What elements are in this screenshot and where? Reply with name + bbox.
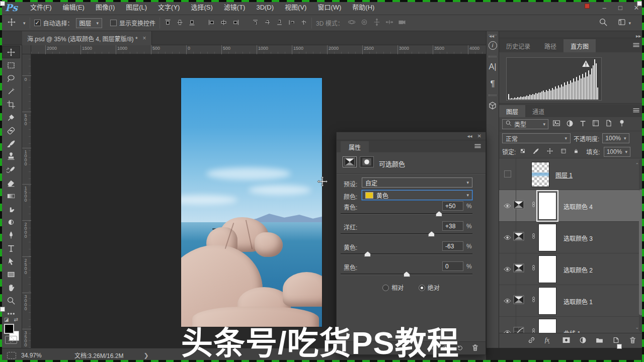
panel-menu-icon[interactable] (632, 107, 640, 116)
layer-mask-thumbnail[interactable] (538, 224, 556, 251)
layer-row-选取颜色 2[interactable]: 选取颜色 2 (499, 253, 644, 285)
document-image[interactable] (181, 78, 322, 327)
layer-row-选取颜色 1[interactable]: 选取颜色 1 (499, 285, 644, 317)
heal-tool[interactable] (2, 124, 20, 137)
menu-6[interactable]: 滤镜(T) (218, 0, 251, 15)
slider-thumb[interactable] (404, 272, 410, 277)
3d-camera-icon[interactable] (398, 18, 406, 28)
auto-select-dropdown[interactable]: 图层 ▾ (76, 18, 103, 28)
dock-collapse-arrows[interactable]: ◂◂ (489, 33, 494, 39)
history-brush-tool[interactable] (2, 163, 20, 176)
capture-handle[interactable] (637, 1, 642, 6)
shape-filter-icon[interactable] (592, 119, 600, 129)
smart-object-filter-icon[interactable] (605, 119, 613, 129)
visibility-toggle[interactable] (499, 158, 516, 190)
adjustment-icon[interactable] (579, 336, 587, 346)
swap-colors-icon[interactable]: ◪⇄ (2, 317, 20, 322)
stamp-tool[interactable] (2, 150, 20, 163)
3d-slide-icon[interactable] (385, 18, 393, 28)
menu-0[interactable]: 文件(F) (25, 0, 57, 15)
scroll-up-chevron[interactable]: ⌃ (635, 162, 639, 167)
menu-1[interactable]: 编辑(E) (57, 0, 90, 15)
eraser-tool[interactable] (2, 176, 20, 189)
menu-9[interactable]: 窗口(W) (312, 0, 347, 15)
radio-relative[interactable]: 相对 (382, 285, 404, 292)
wand-tool[interactable] (2, 85, 20, 98)
link-mask-icon[interactable] (530, 328, 537, 333)
align-left-icon[interactable] (208, 19, 215, 28)
radio-absolute[interactable]: 绝对 (419, 285, 440, 292)
link-mask-icon[interactable] (530, 296, 537, 304)
menu-4[interactable]: 文字(Y) (152, 0, 185, 15)
link-mask-icon[interactable] (530, 264, 537, 273)
dist-top-icon[interactable] (252, 19, 259, 28)
shape-tool[interactable] (2, 268, 20, 281)
dodge-tool[interactable] (2, 216, 20, 228)
blend-mode-dropdown[interactable]: 正常 ▾ (502, 133, 571, 143)
slider-track[interactable] (341, 213, 472, 215)
menu-3[interactable]: 图层(L) (120, 0, 152, 15)
tab-properties[interactable]: 属性 (341, 141, 369, 152)
layer-mask-thumbnail[interactable] (538, 192, 556, 220)
panel-collapse-icon[interactable]: ◂◂ (467, 133, 472, 139)
radio-icon[interactable] (382, 285, 389, 291)
slider-thumb[interactable] (364, 251, 371, 257)
panel-menu-icon[interactable] (474, 142, 481, 151)
panels-expand-arrows[interactable]: ▸▸ (636, 33, 641, 39)
menu-10[interactable]: 帮助(H) (347, 0, 380, 15)
lock-transparency-icon[interactable] (519, 147, 526, 156)
add-mask-icon[interactable] (562, 336, 571, 346)
lock-paint-icon[interactable] (531, 146, 540, 157)
lock-position-icon[interactable] (545, 146, 554, 157)
layer-name[interactable]: 选取颜色 1 (564, 297, 593, 306)
capture-handle[interactable] (0, 1, 5, 6)
3d-roll-icon[interactable] (360, 18, 368, 28)
hand-tool[interactable] (2, 281, 20, 294)
zoom-tool[interactable] (2, 294, 20, 307)
paragraph-icon[interactable]: ¶ (487, 76, 498, 92)
selective-color-icon[interactable] (513, 295, 524, 306)
dist-center-h-icon[interactable] (300, 19, 307, 28)
layer-name[interactable]: 选取颜色 4 (564, 202, 593, 211)
layer-mask-thumbnail[interactable] (538, 255, 556, 283)
tool-preset-chevron[interactable]: ▾ (23, 21, 26, 26)
layer-name[interactable]: 选取颜色 3 (564, 234, 593, 242)
minimize-button[interactable]: – (600, 4, 609, 12)
fill-dropdown[interactable]: 100% ▾ (604, 147, 630, 157)
search-icon[interactable] (599, 18, 608, 28)
slider-value-field[interactable]: +50 (442, 201, 463, 211)
tab-图层[interactable]: 图层 (499, 105, 525, 117)
layer-row-图层 1[interactable]: 图层 1 (499, 158, 644, 190)
slider-thumb[interactable] (428, 231, 435, 237)
smudge-tool[interactable] (2, 203, 20, 215)
tab-close-icon[interactable]: × (143, 35, 146, 42)
slider-track[interactable] (341, 233, 472, 235)
document-tab[interactable]: 海.psd @ 35% (选取颜色 4, 图层蒙版/8) * × (22, 31, 152, 45)
align-top-icon[interactable] (164, 19, 172, 28)
tab-历史记录[interactable]: 历史记录 (499, 39, 537, 52)
panel-menu-icon[interactable] (632, 41, 640, 50)
curves-icon[interactable] (513, 327, 524, 333)
marquee-tool[interactable] (2, 59, 20, 71)
maximize-button[interactable]: □ (616, 4, 625, 12)
link-icon[interactable] (527, 336, 536, 346)
path-select-tool[interactable] (2, 255, 20, 267)
selective-color-badge-icon[interactable] (343, 156, 357, 167)
dist-bottom-icon[interactable] (276, 19, 283, 28)
layer-row-选取颜色 3[interactable]: 选取颜色 3 (499, 222, 644, 253)
capture-handle[interactable] (0, 307, 5, 312)
align-center-h-icon[interactable] (220, 19, 227, 28)
slider-track[interactable] (341, 274, 472, 275)
menu-8[interactable]: 视图(V) (279, 0, 312, 15)
layer-mask-thumbnail[interactable] (538, 319, 556, 333)
zoom-level-field[interactable]: 34.97% (21, 352, 56, 359)
layer-name[interactable]: 图层 1 (555, 170, 573, 179)
3d-icon[interactable] (487, 98, 498, 113)
selective-color-icon[interactable] (513, 263, 524, 274)
histogram-warning-icon[interactable] (582, 60, 590, 68)
panel-close-icon[interactable]: ✕ (477, 133, 481, 139)
auto-select-checkbox[interactable]: ✓ (34, 20, 41, 26)
menu-7[interactable]: 3D(D) (251, 0, 279, 15)
lasso-tool[interactable] (2, 72, 20, 84)
layer-thumbnail[interactable] (531, 162, 549, 187)
